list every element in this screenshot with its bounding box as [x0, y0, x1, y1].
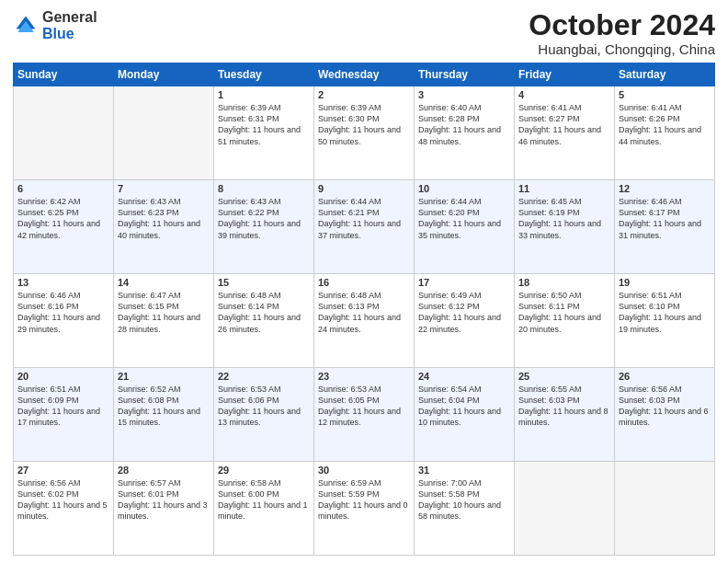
day-number: 17 — [418, 277, 510, 288]
header-tuesday: Tuesday — [214, 63, 314, 86]
day-info: Sunrise: 6:59 AM Sunset: 5:59 PM Dayligh… — [318, 477, 410, 523]
calendar-cell: 18Sunrise: 6:50 AM Sunset: 6:11 PM Dayli… — [515, 274, 615, 368]
calendar-cell: 30Sunrise: 6:59 AM Sunset: 5:59 PM Dayli… — [314, 462, 415, 556]
logo-blue: Blue — [42, 26, 74, 41]
day-info: Sunrise: 6:56 AM Sunset: 6:03 PM Dayligh… — [619, 384, 711, 429]
calendar-cell: 31Sunrise: 7:00 AM Sunset: 5:58 PM Dayli… — [415, 462, 515, 556]
day-number: 25 — [518, 371, 610, 382]
page: General Blue October 2024 Huangbai, Chon… — [0, 0, 728, 563]
calendar-cell: 6Sunrise: 6:42 AM Sunset: 6:25 PM Daylig… — [14, 180, 114, 274]
day-info: Sunrise: 6:53 AM Sunset: 6:06 PM Dayligh… — [218, 384, 310, 429]
calendar-table: SundayMondayTuesdayWednesdayThursdayFrid… — [13, 63, 715, 556]
day-number: 26 — [619, 371, 711, 382]
day-number: 21 — [118, 371, 210, 382]
calendar-cell: 11Sunrise: 6:45 AM Sunset: 6:19 PM Dayli… — [515, 180, 615, 274]
header: General Blue October 2024 Huangbai, Chon… — [13, 9, 715, 57]
calendar-cell — [14, 86, 114, 180]
day-info: Sunrise: 6:51 AM Sunset: 6:09 PM Dayligh… — [17, 384, 109, 429]
day-number: 2 — [318, 89, 410, 100]
day-number: 14 — [118, 277, 210, 288]
calendar-cell: 15Sunrise: 6:48 AM Sunset: 6:14 PM Dayli… — [214, 274, 314, 368]
title-block: October 2024 Huangbai, Chongqing, China — [529, 9, 715, 57]
calendar-cell — [615, 462, 715, 556]
day-info: Sunrise: 6:47 AM Sunset: 6:15 PM Dayligh… — [118, 290, 210, 335]
header-wednesday: Wednesday — [314, 63, 415, 86]
day-number: 22 — [218, 371, 310, 382]
day-number: 8 — [218, 183, 310, 194]
day-number: 6 — [17, 183, 109, 194]
day-number: 18 — [518, 277, 610, 288]
calendar-cell: 9Sunrise: 6:44 AM Sunset: 6:21 PM Daylig… — [314, 180, 415, 274]
day-info: Sunrise: 6:39 AM Sunset: 6:31 PM Dayligh… — [218, 102, 310, 147]
day-number: 29 — [218, 465, 310, 476]
day-number: 15 — [218, 277, 310, 288]
day-number: 12 — [619, 183, 711, 194]
day-info: Sunrise: 7:00 AM Sunset: 5:58 PM Dayligh… — [418, 477, 510, 523]
header-thursday: Thursday — [415, 63, 515, 86]
day-number: 3 — [418, 89, 510, 100]
day-number: 28 — [118, 465, 210, 476]
day-info: Sunrise: 6:44 AM Sunset: 6:20 PM Dayligh… — [418, 196, 510, 241]
header-friday: Friday — [515, 63, 615, 86]
day-info: Sunrise: 6:39 AM Sunset: 6:30 PM Dayligh… — [318, 102, 410, 147]
calendar-cell: 21Sunrise: 6:52 AM Sunset: 6:08 PM Dayli… — [114, 368, 214, 462]
calendar-cell: 10Sunrise: 6:44 AM Sunset: 6:20 PM Dayli… — [415, 180, 515, 274]
calendar-cell: 8Sunrise: 6:43 AM Sunset: 6:22 PM Daylig… — [214, 180, 314, 274]
day-number: 5 — [619, 89, 711, 100]
calendar-cell — [114, 86, 214, 180]
calendar-cell: 23Sunrise: 6:53 AM Sunset: 6:05 PM Dayli… — [314, 368, 415, 462]
day-info: Sunrise: 6:55 AM Sunset: 6:03 PM Dayligh… — [518, 384, 610, 429]
calendar-week-row: 13Sunrise: 6:46 AM Sunset: 6:16 PM Dayli… — [14, 274, 715, 368]
day-info: Sunrise: 6:42 AM Sunset: 6:25 PM Dayligh… — [17, 196, 109, 241]
header-sunday: Sunday — [14, 63, 114, 86]
calendar-cell: 20Sunrise: 6:51 AM Sunset: 6:09 PM Dayli… — [14, 368, 114, 462]
day-number: 30 — [318, 465, 410, 476]
day-info: Sunrise: 6:44 AM Sunset: 6:21 PM Dayligh… — [318, 196, 410, 241]
day-info: Sunrise: 6:53 AM Sunset: 6:05 PM Dayligh… — [318, 384, 410, 429]
calendar-cell: 17Sunrise: 6:49 AM Sunset: 6:12 PM Dayli… — [415, 274, 515, 368]
day-number: 16 — [318, 277, 410, 288]
day-number: 7 — [118, 183, 210, 194]
day-info: Sunrise: 6:45 AM Sunset: 6:19 PM Dayligh… — [518, 196, 610, 241]
day-info: Sunrise: 6:51 AM Sunset: 6:10 PM Dayligh… — [619, 290, 711, 335]
calendar-cell: 24Sunrise: 6:54 AM Sunset: 6:04 PM Dayli… — [415, 368, 515, 462]
calendar-cell: 29Sunrise: 6:58 AM Sunset: 6:00 PM Dayli… — [214, 462, 314, 556]
day-number: 1 — [218, 89, 310, 100]
calendar-cell: 4Sunrise: 6:41 AM Sunset: 6:27 PM Daylig… — [515, 86, 615, 180]
day-number: 19 — [619, 277, 711, 288]
month-title: October 2024 — [529, 9, 715, 41]
header-saturday: Saturday — [615, 63, 715, 86]
calendar-cell: 12Sunrise: 6:46 AM Sunset: 6:17 PM Dayli… — [615, 180, 715, 274]
logo-icon — [13, 13, 39, 39]
calendar-cell: 14Sunrise: 6:47 AM Sunset: 6:15 PM Dayli… — [114, 274, 214, 368]
calendar-week-row: 1Sunrise: 6:39 AM Sunset: 6:31 PM Daylig… — [14, 86, 715, 180]
calendar-cell: 19Sunrise: 6:51 AM Sunset: 6:10 PM Dayli… — [615, 274, 715, 368]
calendar-cell: 7Sunrise: 6:43 AM Sunset: 6:23 PM Daylig… — [114, 180, 214, 274]
day-number: 10 — [418, 183, 510, 194]
logo-text: General Blue — [42, 9, 97, 41]
calendar-cell: 13Sunrise: 6:46 AM Sunset: 6:16 PM Dayli… — [14, 274, 114, 368]
day-number: 31 — [418, 465, 510, 476]
day-info: Sunrise: 6:49 AM Sunset: 6:12 PM Dayligh… — [418, 290, 510, 335]
calendar-week-row: 27Sunrise: 6:56 AM Sunset: 6:02 PM Dayli… — [14, 462, 715, 556]
day-info: Sunrise: 6:50 AM Sunset: 6:11 PM Dayligh… — [518, 290, 610, 335]
day-info: Sunrise: 6:43 AM Sunset: 6:23 PM Dayligh… — [118, 196, 210, 241]
day-number: 23 — [318, 371, 410, 382]
day-info: Sunrise: 6:48 AM Sunset: 6:13 PM Dayligh… — [318, 290, 410, 335]
day-info: Sunrise: 6:46 AM Sunset: 6:17 PM Dayligh… — [619, 196, 711, 241]
day-info: Sunrise: 6:54 AM Sunset: 6:04 PM Dayligh… — [418, 384, 510, 429]
day-number: 9 — [318, 183, 410, 194]
day-info: Sunrise: 6:40 AM Sunset: 6:28 PM Dayligh… — [418, 102, 510, 147]
day-info: Sunrise: 6:43 AM Sunset: 6:22 PM Dayligh… — [218, 196, 310, 241]
day-number: 27 — [17, 465, 109, 476]
calendar-cell: 5Sunrise: 6:41 AM Sunset: 6:26 PM Daylig… — [615, 86, 715, 180]
day-info: Sunrise: 6:56 AM Sunset: 6:02 PM Dayligh… — [17, 477, 109, 523]
calendar-header-row: SundayMondayTuesdayWednesdayThursdayFrid… — [14, 63, 715, 86]
day-number: 11 — [518, 183, 610, 194]
calendar-cell: 26Sunrise: 6:56 AM Sunset: 6:03 PM Dayli… — [615, 368, 715, 462]
day-info: Sunrise: 6:48 AM Sunset: 6:14 PM Dayligh… — [218, 290, 310, 335]
calendar-cell: 2Sunrise: 6:39 AM Sunset: 6:30 PM Daylig… — [314, 86, 415, 180]
location-subtitle: Huangbai, Chongqing, China — [529, 41, 715, 57]
day-number: 20 — [17, 371, 109, 382]
calendar-cell: 22Sunrise: 6:53 AM Sunset: 6:06 PM Dayli… — [214, 368, 314, 462]
